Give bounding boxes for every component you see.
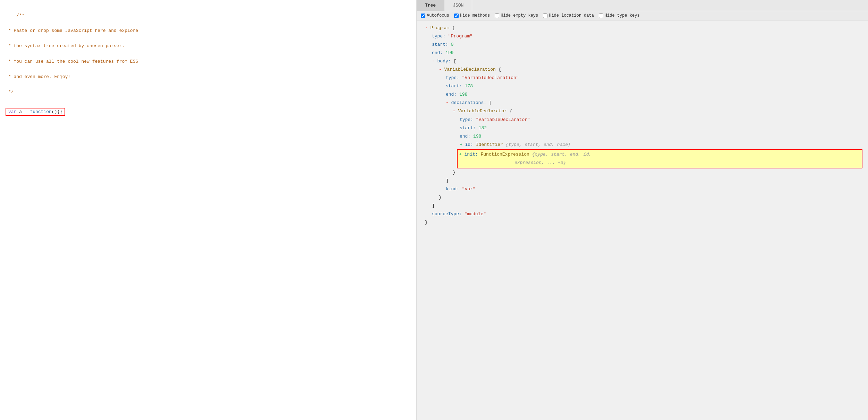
- hide-empty-keys-option[interactable]: Hide empty keys: [495, 13, 538, 18]
- body-row: - body: [: [429, 57, 862, 65]
- hide-location-data-checkbox[interactable]: [543, 14, 547, 18]
- autofocus-label: Autofocus: [427, 13, 449, 18]
- program-type-row: type: "Program": [429, 32, 862, 41]
- autofocus-option[interactable]: Autofocus: [421, 13, 449, 18]
- ast-panel: Tree JSON Autofocus Hide methods Hide em…: [417, 0, 868, 420]
- keyword-var: var: [8, 109, 16, 114]
- source-type-row: sourceType: "module": [429, 210, 862, 218]
- id-row: + id: Identifier {type, start, end, name…: [457, 141, 862, 149]
- hide-type-keys-option[interactable]: Hide type keys: [599, 13, 640, 18]
- close-brace-vardecl: }: [436, 193, 862, 202]
- vardecl-start-row: start: 178: [443, 82, 862, 90]
- close-bracket-body: ]: [429, 202, 862, 210]
- close-brace-program: }: [422, 218, 862, 227]
- code-highlighted-line: var a = function(){}: [6, 108, 65, 116]
- init-row: + init: FunctionExpression {type, start,…: [457, 149, 862, 168]
- hide-location-data-label: Hide location data: [549, 13, 594, 18]
- program-row: - Program {: [422, 24, 862, 32]
- comment-block: /** * Paste or drop some JavaScript here…: [6, 4, 411, 104]
- keyword-function: function: [30, 109, 51, 114]
- vardecltor-start-row: start: 182: [457, 124, 862, 132]
- hide-methods-option[interactable]: Hide methods: [454, 13, 490, 18]
- hide-type-keys-label: Hide type keys: [605, 13, 640, 18]
- close-bracket-decls: ]: [443, 177, 862, 185]
- kind-row: kind: "var": [443, 185, 862, 193]
- vardecltor-end-row: end: 198: [457, 132, 862, 141]
- hide-methods-checkbox[interactable]: [454, 14, 459, 18]
- program-end-row: end: 199: [429, 49, 862, 57]
- tab-json[interactable]: JSON: [444, 0, 472, 11]
- vardecl-type-row: type: "VariableDeclaration": [443, 74, 862, 82]
- options-bar: Autofocus Hide methods Hide empty keys H…: [417, 11, 868, 20]
- tab-bar[interactable]: Tree JSON: [417, 0, 868, 11]
- hide-empty-keys-checkbox[interactable]: [495, 14, 499, 18]
- vardecltor-row: - VariableDeclarator {: [450, 107, 862, 115]
- vardecl-row: - VariableDeclaration {: [436, 65, 862, 74]
- vardecl-end-row: end: 198: [443, 90, 862, 99]
- close-brace-decltor: }: [450, 168, 862, 177]
- hide-location-data-option[interactable]: Hide location data: [543, 13, 594, 18]
- vardecltor-type-row: type: "VariableDeclarator": [457, 116, 862, 124]
- autofocus-checkbox[interactable]: [421, 14, 425, 18]
- code-editor[interactable]: /** * Paste or drop some JavaScript here…: [0, 0, 417, 420]
- program-node: Program: [431, 25, 450, 30]
- hide-empty-keys-label: Hide empty keys: [501, 13, 538, 18]
- hide-type-keys-checkbox[interactable]: [599, 14, 603, 18]
- hide-methods-label: Hide methods: [460, 13, 490, 18]
- tab-tree[interactable]: Tree: [417, 0, 444, 11]
- tree-content: - Program { type: "Program" start: 0 end…: [417, 20, 868, 230]
- program-start-row: start: 0: [429, 41, 862, 49]
- declarations-row: - declarations: [: [443, 99, 862, 107]
